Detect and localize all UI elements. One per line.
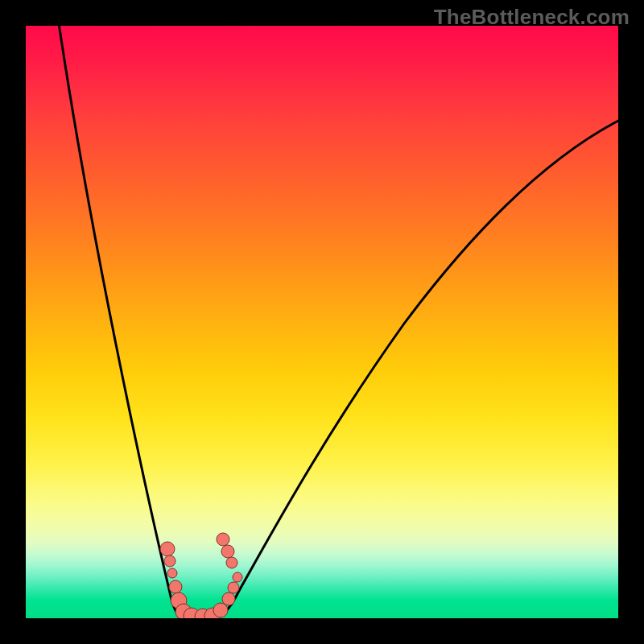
chart-svg — [26, 26, 618, 618]
data-point — [167, 568, 177, 578]
chart-plot-area — [26, 26, 618, 618]
data-point — [213, 603, 228, 617]
data-point — [222, 592, 235, 605]
data-point — [217, 533, 229, 546]
data-point — [221, 545, 234, 558]
data-point — [169, 580, 182, 593]
data-point — [160, 542, 175, 556]
data-point — [164, 555, 175, 567]
chart-curves — [58, 26, 618, 617]
data-point — [228, 582, 239, 593]
curve-curve-right — [214, 121, 618, 617]
curve-curve-left — [58, 26, 184, 617]
data-point — [226, 557, 237, 568]
chart-frame: TheBottleneck.com — [0, 0, 644, 644]
chart-markers — [160, 533, 242, 618]
watermark-text: TheBottleneck.com — [434, 5, 630, 30]
data-point — [233, 572, 242, 582]
